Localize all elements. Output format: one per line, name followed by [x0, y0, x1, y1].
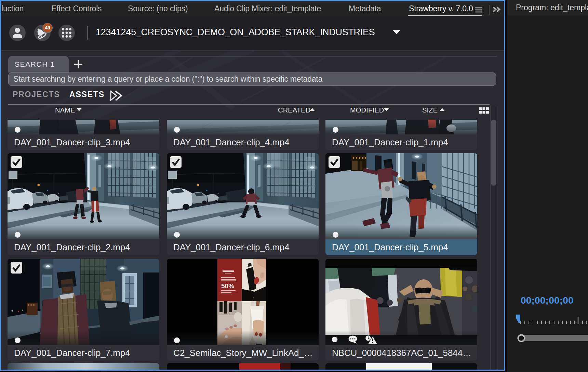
svg-text:50%: 50%: [221, 282, 234, 290]
